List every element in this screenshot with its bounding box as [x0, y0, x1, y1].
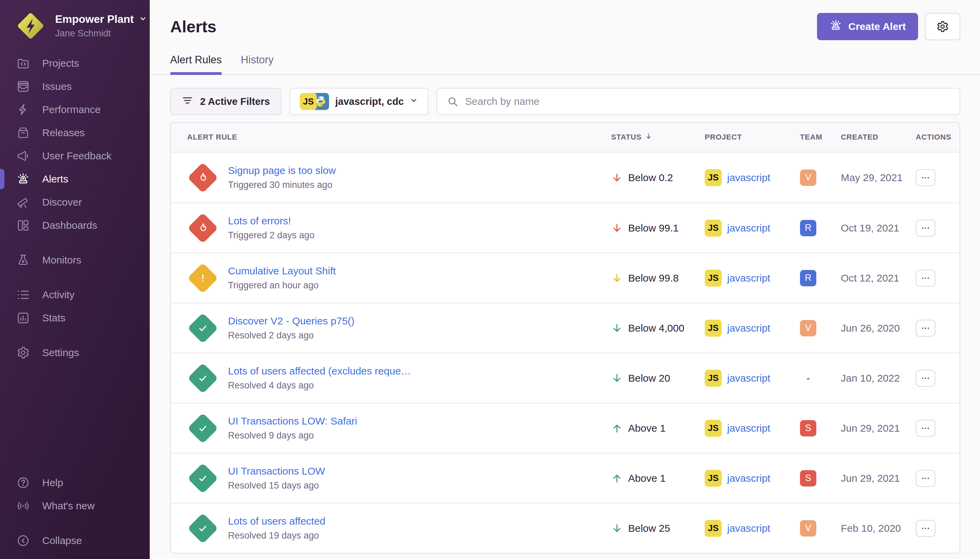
javascript-platform-icon: JS: [705, 220, 722, 237]
team-avatar: V: [800, 170, 816, 186]
app-root: Empower Plant Jane Schmidt Projects Issu…: [0, 0, 980, 559]
org-switcher[interactable]: Empower Plant Jane Schmidt: [0, 10, 150, 41]
page-header: Alerts Create Alert: [150, 0, 980, 40]
row-actions-button[interactable]: [916, 220, 935, 237]
table-row: Lots of users affected (excludes reque… …: [171, 353, 960, 403]
alert-rule-link[interactable]: Lots of users affected: [228, 515, 325, 527]
alert-rule-link[interactable]: UI Transactions LOW: Safari: [228, 415, 357, 427]
ellipsis-icon: [921, 423, 931, 433]
table-row: UI Transactions LOW Resolved 15 days ago…: [171, 453, 960, 503]
project-link[interactable]: javascript: [727, 172, 770, 184]
project-link[interactable]: javascript: [727, 272, 770, 284]
project-link[interactable]: javascript: [727, 222, 770, 234]
sidebar-item-help[interactable]: Help: [0, 471, 150, 495]
sidebar-item-dashboards[interactable]: Dashboards: [0, 214, 150, 237]
alert-rule-link[interactable]: Signup page is too slow: [228, 165, 336, 176]
sidebar-item-discover[interactable]: Discover: [0, 191, 150, 214]
siren-icon: [829, 19, 842, 35]
sort-descending-icon: [645, 132, 653, 142]
team-avatar: R: [800, 220, 816, 236]
column-header-actions: Actions: [913, 133, 960, 142]
status-arrow-down-icon: [611, 272, 623, 284]
project-filter-dropdown[interactable]: JS javascript, cdc: [290, 88, 428, 115]
created-date: Jun 26, 2020: [838, 322, 913, 334]
sidebar-item-stats[interactable]: Stats: [0, 306, 150, 329]
team-avatar: S: [800, 420, 816, 437]
releases-icon: [16, 126, 30, 140]
activity-icon: [16, 288, 30, 302]
search-input[interactable]: [465, 96, 960, 107]
search-icon: [447, 96, 459, 107]
column-header-alert-rule[interactable]: Alert Rule: [171, 133, 609, 142]
alert-rule-link[interactable]: Discover V2 - Queries p75(): [228, 315, 355, 327]
alert-rule-activity: Resolved 4 days ago: [228, 380, 411, 391]
project-link[interactable]: javascript: [727, 473, 770, 484]
table-body: Signup page is too slow Triggered 30 min…: [171, 152, 960, 553]
status-value: Above 1: [628, 422, 666, 434]
alert-rule-activity: Resolved 9 days ago: [228, 430, 357, 441]
sidebar-item-whats-new[interactable]: What's new: [0, 495, 150, 518]
column-header-status[interactable]: Status: [609, 132, 702, 142]
issues-icon: [16, 79, 30, 93]
tab-bar: Alert Rules History: [150, 54, 980, 75]
sidebar-item-activity[interactable]: Activity: [0, 283, 150, 306]
project-link[interactable]: javascript: [727, 322, 770, 334]
project-link[interactable]: javascript: [727, 372, 770, 384]
row-actions-button[interactable]: [916, 470, 935, 487]
row-actions-button[interactable]: [916, 420, 935, 437]
row-actions-button[interactable]: [916, 320, 935, 337]
sidebar-item-collapse[interactable]: Collapse: [0, 529, 150, 552]
tab-history[interactable]: History: [241, 54, 274, 74]
sidebar-item-monitors[interactable]: Monitors: [0, 248, 150, 272]
row-actions-button[interactable]: [916, 520, 935, 537]
performance-icon: [16, 103, 30, 116]
column-header-created[interactable]: Created: [838, 133, 913, 142]
sidebar-item-projects[interactable]: Projects: [0, 52, 150, 75]
filter-icon: [182, 95, 193, 109]
sidebar-item-user-feedback[interactable]: User Feedback: [0, 144, 150, 167]
project-link[interactable]: javascript: [727, 523, 770, 534]
alert-rule-activity: Triggered 2 days ago: [228, 230, 314, 241]
alert-rule-link[interactable]: UI Transactions LOW: [228, 465, 325, 477]
search-box: [437, 88, 960, 115]
project-link[interactable]: javascript: [727, 422, 770, 434]
tab-alert-rules[interactable]: Alert Rules: [170, 54, 222, 74]
active-filters-label: 2 Active Filters: [200, 96, 270, 107]
sidebar-item-settings[interactable]: Settings: [0, 341, 150, 364]
alert-rule-link[interactable]: Cumulative Layout Shift: [228, 265, 336, 277]
sidebar-item-releases[interactable]: Releases: [0, 121, 150, 144]
ellipsis-icon: [921, 223, 931, 233]
chevron-down-icon: [139, 14, 147, 25]
created-date: Jan 10, 2022: [838, 372, 913, 384]
row-actions-button[interactable]: [916, 270, 935, 287]
sidebar-item-issues[interactable]: Issues: [0, 75, 150, 98]
table-header: Alert Rule Status Project Team Created A…: [171, 122, 960, 152]
warning-alert-icon: [187, 263, 218, 294]
projects-icon: [16, 56, 30, 70]
status-value: Below 20: [628, 372, 670, 384]
status-arrow-down-icon: [611, 172, 623, 184]
row-actions-button[interactable]: [916, 169, 935, 186]
dashboards-icon: [16, 218, 30, 232]
alert-rule-link[interactable]: Lots of users affected (excludes reque…: [228, 365, 411, 377]
active-filters-button[interactable]: 2 Active Filters: [170, 88, 281, 115]
status-arrow-down-icon: [611, 222, 623, 234]
alert-rule-link[interactable]: Lots of errors!: [228, 215, 314, 227]
settings-button[interactable]: [925, 13, 960, 40]
sidebar-item-alerts[interactable]: Alerts: [0, 167, 150, 191]
column-header-project[interactable]: Project: [702, 133, 797, 142]
created-date: Jun 29, 2021: [838, 473, 913, 484]
sidebar-item-performance[interactable]: Performance: [0, 98, 150, 121]
create-alert-button[interactable]: Create Alert: [817, 13, 918, 40]
javascript-platform-icon: JS: [705, 370, 722, 387]
user-feedback-icon: [16, 149, 30, 163]
table-row: Cumulative Layout Shift Triggered an hou…: [171, 253, 960, 303]
alert-rule-activity: Triggered an hour ago: [228, 280, 336, 291]
alert-rules-table: Alert Rule Status Project Team Created A…: [170, 122, 960, 554]
status-arrow-down-icon: [611, 372, 623, 384]
column-header-team[interactable]: Team: [797, 133, 838, 142]
row-actions-button[interactable]: [916, 370, 935, 387]
org-name: Empower Plant: [55, 13, 134, 26]
alert-rule-activity: Resolved 15 days ago: [228, 480, 325, 491]
javascript-platform-icon: JS: [705, 520, 722, 537]
